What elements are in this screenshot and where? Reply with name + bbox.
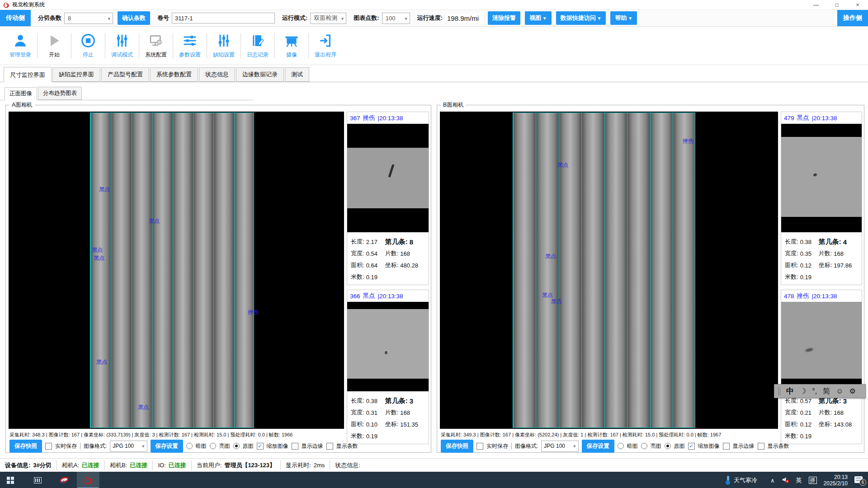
save-snapshot-button[interactable]: 保存快照 [9, 440, 42, 453]
slit-count-select[interactable]: 8 [64, 13, 113, 24]
gear-icon[interactable]: ⚙ [849, 388, 856, 395]
show-strip-count-checkbox[interactable] [758, 443, 764, 450]
emoji-icon[interactable]: ☺ [836, 388, 843, 395]
view-menu-button[interactable]: 视图 [525, 11, 552, 25]
start-button[interactable] [0, 472, 21, 488]
log-record-button[interactable]: 日志记录 [241, 27, 274, 65]
current-user-label: 当前用户: [197, 461, 222, 469]
stat-label: 面积: [785, 420, 798, 428]
taskbar-clock[interactable]: 20:13 2025/2/10 [824, 474, 848, 487]
defect-card[interactable]: 478 挫伤 |20:13:38 长度:0.57 宽度:0.21 面积:0.12… [781, 290, 862, 444]
chart-points-select[interactable]: 100 [382, 13, 410, 24]
roll-number-input[interactable] [172, 13, 275, 23]
clear-alarm-button[interactable]: 清除报警 [488, 11, 520, 25]
panel-camera-b: B面相机 挫伤黑点黑点黑点黑点 479 黑点 |20:13:38 长度:0.38 [437, 105, 864, 453]
snipping-tool-button[interactable]: ✂ [54, 472, 75, 488]
ime-language-toggle[interactable]: 中 [786, 387, 794, 395]
image-format-select[interactable]: JPG 100 [541, 441, 578, 452]
input-language-indicator[interactable]: 英 [796, 476, 802, 484]
tab-system-param-config[interactable]: 系统参数配置 [150, 67, 198, 82]
show-edge-checkbox[interactable] [292, 443, 298, 450]
drag-handle[interactable] [778, 387, 780, 395]
simplified-chinese-toggle[interactable]: 简 [823, 388, 830, 395]
save-settings-button[interactable]: 保存设置 [582, 440, 614, 453]
notification-center-button[interactable]: 6 [854, 476, 864, 484]
tab-size-monitor[interactable]: 尺寸监控界面 [4, 67, 52, 82]
zoom-image-checkbox[interactable] [688, 443, 695, 450]
web-band [781, 137, 862, 217]
operator-side-button[interactable]: 操作侧 [837, 10, 868, 26]
thermometer-icon [725, 476, 731, 485]
sliders-vertical-icon [114, 33, 130, 49]
admin-login-button[interactable]: 管理登录 [4, 27, 37, 65]
app-logo-icon [3, 1, 9, 8]
chart-points-value: 100 [386, 15, 396, 22]
windows-logo-icon [7, 477, 14, 484]
defect-card[interactable]: 367 挫伤 |20:13:38 长度:2.17 宽度:0.54 面积:0.64… [347, 112, 429, 285]
app-status-bar: 设备信息: 3#分切 相机A: 已连接 相机B: 已连接 IO: 已连接 当前用… [0, 458, 868, 472]
vision-app-taskbar-button[interactable] [77, 472, 99, 488]
tray-expand-icon[interactable]: ∧ [770, 477, 775, 484]
zoom-image-label: 缩放图像 [698, 442, 720, 450]
stat-label: 米数: [785, 432, 798, 440]
defect-settings-button[interactable]: 缺陷设置 [207, 27, 241, 65]
stat-value: 151.35 [400, 421, 418, 428]
defect-sidebar-b: 479 黑点 |20:13:38 长度:0.38 宽度:0.35 面积:0.12… [781, 112, 862, 449]
defect-card[interactable]: 479 黑点 |20:13:38 长度:0.38 宽度:0.35 面积:0.12… [781, 112, 862, 285]
original-image-radio[interactable] [665, 443, 671, 449]
subtab-front-image[interactable]: 正面图像 [5, 87, 37, 100]
tab-defect-monitor[interactable]: 缺陷监控界面 [52, 67, 100, 82]
volume-muted-icon[interactable] [782, 476, 789, 485]
tab-edge-data-record[interactable]: 边缘数据记录 [236, 67, 284, 82]
icon-label: 系统配置 [145, 51, 167, 59]
dark-image-radio[interactable] [186, 443, 193, 449]
weather-widget[interactable]: 天气寒冷 [725, 476, 757, 485]
stop-button[interactable]: 停止 [71, 27, 105, 65]
current-user-value: 管理员【123-123】 [224, 461, 275, 469]
tab-product-model-config[interactable]: 产品型号配置 [101, 67, 149, 82]
save-settings-button[interactable]: 保存设置 [151, 440, 183, 453]
show-edge-checkbox[interactable] [723, 443, 730, 450]
exit-program-button[interactable]: 退出程序 [309, 27, 342, 65]
minimize-button[interactable]: — [806, 0, 826, 9]
debug-mode-button[interactable]: 调试模式 [105, 27, 139, 65]
defect-card[interactable]: 366 黑点 |20:13:38 长度:0.38 宽度:0.31 面积:0.10… [347, 290, 429, 444]
show-strip-count-checkbox[interactable] [326, 443, 333, 450]
data-quick-access-menu-button[interactable]: 数据快捷访问 [556, 11, 606, 25]
parameter-settings-button[interactable]: 参数设置 [173, 27, 207, 65]
close-button[interactable]: × [847, 0, 868, 9]
original-image-radio[interactable] [233, 443, 240, 449]
drive-side-button[interactable]: 传动侧 [0, 10, 31, 26]
save-snapshot-button[interactable]: 保存快照 [441, 440, 473, 453]
zoom-image-checkbox[interactable] [257, 443, 264, 450]
confirm-strips-button[interactable]: 确认条数 [118, 11, 150, 25]
stat-value: 0.54 [366, 250, 377, 257]
bright-image-radio[interactable] [210, 443, 216, 449]
maximize-button[interactable]: □ [826, 0, 847, 9]
run-mode-select[interactable]: 双面检测 [310, 13, 346, 24]
run-mode-label: 运行模式: [282, 14, 307, 22]
pinyin-ime-indicator[interactable]: 拼 [809, 477, 817, 484]
start-button[interactable]: 开始 [38, 27, 71, 65]
defect-stats: 长度:2.17 宽度:0.54 面积:0.64 米数:0.19 第几条:8 片数… [347, 232, 429, 285]
task-view-button[interactable] [27, 472, 48, 488]
camera-button[interactable]: 摄像 [275, 27, 308, 65]
dark-image-radio[interactable] [618, 443, 624, 449]
help-menu-button[interactable]: 帮助 [610, 11, 637, 25]
panel-camera-a: A面相机 黑点黑点黑点黑点挫伤黑点黑点 367 挫伤 |20:13:38 长度:… [5, 105, 431, 453]
panel-a-title: A面相机 [9, 101, 35, 109]
tab-status-info[interactable]: 状态信息 [199, 67, 235, 82]
bright-image-radio[interactable] [641, 443, 647, 449]
system-config-button[interactable]: 系统配置 [139, 27, 173, 65]
realtime-save-checkbox[interactable] [476, 443, 483, 450]
tab-test[interactable]: 测试 [285, 67, 309, 82]
subtab-distribution-chart[interactable]: 分布趋势图表 [38, 87, 82, 100]
camera-icon [283, 33, 300, 49]
image-format-select[interactable]: JPG 100 [110, 441, 147, 452]
stat-value: 0.19 [366, 274, 377, 281]
realtime-save-checkbox[interactable] [45, 443, 52, 450]
io-connected-badge: 已连接 [169, 461, 186, 469]
punctuation-toggle[interactable]: °, [812, 388, 817, 395]
moon-icon[interactable]: ☽ [800, 388, 806, 395]
defect-stats: 长度:0.38 宽度:0.35 面积:0.12 米数:0.19 第几条:4 片数… [781, 232, 862, 285]
